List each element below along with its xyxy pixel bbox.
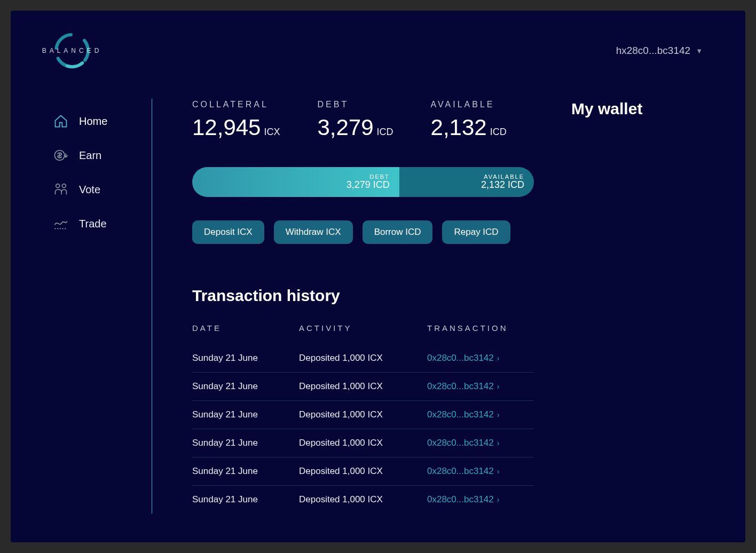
vote-icon	[53, 182, 68, 197]
svg-point-4	[62, 184, 66, 188]
sidebar-item-vote[interactable]: Vote	[53, 172, 152, 207]
center-column: COLLATERAL 12,945ICX DEBT 3,279ICD AVAIL…	[192, 100, 534, 514]
bar-value: 2,132 ICD	[481, 180, 524, 191]
cell-activity: Deposited 1,000 ICX	[299, 353, 427, 364]
bar-segment-available: AVAILABLE 2,132 ICD	[399, 167, 534, 197]
repay-button[interactable]: Repay ICD	[442, 220, 510, 244]
chevron-right-icon: ›	[497, 354, 500, 362]
header-date: DATE	[192, 323, 299, 333]
stat-unit: ICX	[264, 127, 280, 137]
cell-date: Sunday 21 June	[192, 353, 299, 364]
table-row: Sunday 21 JuneDeposited 1,000 ICX0x28c0.…	[192, 344, 534, 372]
main-content: COLLATERAL 12,945ICX DEBT 3,279ICD AVAIL…	[152, 99, 703, 514]
header: BALANCED hx28c0...bc3142 ▼	[53, 32, 703, 69]
chevron-right-icon: ›	[497, 495, 500, 504]
header-transaction: TRANSACTION	[427, 323, 534, 333]
cell-activity: Deposited 1,000 ICX	[299, 381, 427, 392]
wallet-panel: My wallet	[571, 100, 699, 514]
wallet-address-dropdown[interactable]: hx28c0...bc3142 ▼	[616, 45, 703, 57]
table-row: Sunday 21 JuneDeposited 1,000 ICX0x28c0.…	[192, 400, 534, 429]
chevron-down-icon: ▼	[696, 47, 703, 55]
cell-date: Sunday 21 June	[192, 438, 299, 448]
sidebar-item-home[interactable]: Home	[53, 104, 152, 138]
stat-label: AVAILABLE	[431, 100, 507, 109]
deposit-button[interactable]: Deposit ICX	[192, 220, 264, 244]
home-icon	[53, 114, 68, 129]
transaction-link[interactable]: 0x28c0...bc3142 ›	[427, 381, 534, 392]
layout: Home Earn Vote Trade	[53, 99, 703, 514]
stat-collateral: COLLATERAL 12,945ICX	[192, 100, 280, 140]
wallet-title: My wallet	[571, 100, 699, 118]
stats-row: COLLATERAL 12,945ICX DEBT 3,279ICD AVAIL…	[192, 100, 534, 140]
transaction-link[interactable]: 0x28c0...bc3142 ›	[427, 438, 534, 448]
bar-value: 3,279 ICD	[346, 180, 390, 191]
sidebar-item-label: Vote	[79, 184, 100, 196]
stat-value: 12,945	[192, 115, 261, 140]
wallet-address-text: hx28c0...bc3142	[616, 45, 690, 57]
cell-date: Sunday 21 June	[192, 494, 299, 505]
stat-value: 2,132	[431, 115, 487, 140]
sidebar-item-label: Earn	[79, 149, 101, 162]
cell-date: Sunday 21 June	[192, 381, 299, 392]
sidebar: Home Earn Vote Trade	[53, 99, 152, 514]
chevron-right-icon: ›	[497, 439, 500, 447]
chevron-right-icon: ›	[497, 382, 500, 391]
cell-activity: Deposited 1,000 ICX	[299, 409, 427, 420]
cell-activity: Deposited 1,000 ICX	[299, 466, 427, 477]
earn-icon	[53, 148, 68, 163]
transaction-link[interactable]: 0x28c0...bc3142 ›	[427, 409, 534, 420]
cell-activity: Deposited 1,000 ICX	[299, 438, 427, 448]
table-row: Sunday 21 JuneDeposited 1,000 ICX0x28c0.…	[192, 372, 534, 400]
bar-segment-debt: DEBT 3,279 ICD	[192, 167, 399, 197]
stat-label: COLLATERAL	[192, 100, 280, 109]
history-header: DATE ACTIVITY TRANSACTION	[192, 323, 534, 344]
sidebar-item-earn[interactable]: Earn	[53, 138, 152, 172]
sidebar-item-trade[interactable]: Trade	[53, 207, 152, 241]
chevron-right-icon: ›	[497, 410, 500, 419]
table-row: Sunday 21 JuneDeposited 1,000 ICX0x28c0.…	[192, 429, 534, 457]
action-buttons: Deposit ICX Withdraw ICX Borrow ICD Repa…	[192, 220, 534, 244]
history-title: Transaction history	[192, 287, 534, 305]
withdraw-button[interactable]: Withdraw ICX	[274, 220, 353, 244]
header-activity: ACTIVITY	[299, 323, 427, 333]
history-table: DATE ACTIVITY TRANSACTION Sunday 21 June…	[192, 323, 534, 514]
stat-unit: ICD	[377, 127, 393, 137]
cell-date: Sunday 21 June	[192, 466, 299, 477]
transaction-link[interactable]: 0x28c0...bc3142 ›	[427, 494, 534, 505]
stat-unit: ICD	[490, 127, 507, 137]
transaction-link[interactable]: 0x28c0...bc3142 ›	[427, 353, 534, 364]
app-window: BALANCED hx28c0...bc3142 ▼ Home Earn	[11, 11, 745, 542]
borrow-button[interactable]: Borrow ICD	[363, 220, 433, 244]
balanced-logo-icon: BALANCED	[53, 32, 91, 69]
transaction-link[interactable]: 0x28c0...bc3142 ›	[427, 466, 534, 477]
table-row: Sunday 21 JuneDeposited 1,000 ICX0x28c0.…	[192, 457, 534, 485]
stat-label: DEBT	[317, 100, 393, 109]
trade-icon	[53, 216, 68, 231]
chevron-right-icon: ›	[497, 467, 500, 476]
debt-available-bar: DEBT 3,279 ICD AVAILABLE 2,132 ICD	[192, 167, 534, 197]
stat-available: AVAILABLE 2,132ICD	[431, 100, 507, 140]
brand-logo: BALANCED	[53, 32, 91, 69]
brand-name: BALANCED	[42, 47, 103, 54]
stat-debt: DEBT 3,279ICD	[317, 100, 393, 140]
table-row: Sunday 21 JuneDeposited 1,000 ICX0x28c0.…	[192, 485, 534, 514]
stat-value: 3,279	[317, 115, 373, 140]
sidebar-item-label: Home	[79, 115, 107, 128]
sidebar-item-label: Trade	[79, 218, 107, 230]
history-body: Sunday 21 JuneDeposited 1,000 ICX0x28c0.…	[192, 344, 534, 514]
cell-activity: Deposited 1,000 ICX	[299, 494, 427, 505]
svg-point-3	[56, 184, 60, 188]
cell-date: Sunday 21 June	[192, 409, 299, 420]
